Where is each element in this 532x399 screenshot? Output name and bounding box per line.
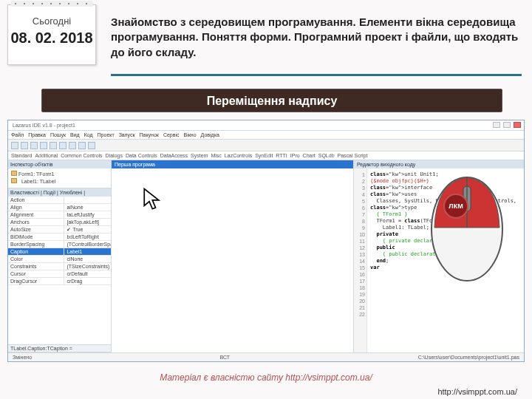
tree-item[interactable]: Label1: TLabel xyxy=(11,178,108,185)
property-key: Cursor xyxy=(8,270,64,277)
component-icon xyxy=(11,171,17,176)
code-gutter: 12345678910111213141516171819202122 xyxy=(354,168,367,352)
mouse-graphic xyxy=(427,157,507,282)
menu-Проект[interactable]: Проект xyxy=(98,132,115,137)
menu-Пакунок[interactable]: Пакунок xyxy=(140,132,159,137)
statusbar: Змінено ВСТ C:\Users\user\Documents\proj… xyxy=(8,352,524,361)
property-row[interactable]: ColorclNone xyxy=(8,256,111,263)
palette-tab[interactable]: IPro xyxy=(290,153,300,158)
minimize-button[interactable] xyxy=(493,122,500,128)
property-value[interactable]: [akTop,akLeft] xyxy=(64,219,111,225)
date-tab: Сьогодні 08. 02. 2018 xyxy=(7,4,96,65)
palette-tab[interactable]: Common Controls xyxy=(61,153,102,158)
status-right: C:\Users\user\Documents\project1\unit1.p… xyxy=(418,353,519,361)
property-row[interactable]: BiDiModebdLeftToRight xyxy=(8,233,111,241)
tree-label: Label1: TLabel xyxy=(18,179,55,184)
property-value[interactable]: crDefault xyxy=(64,270,111,277)
menubar[interactable]: ФайлПравкаПошукВидКодПроектЗапускПакунок… xyxy=(8,131,524,140)
tool-new-icon[interactable] xyxy=(11,142,18,149)
palette-tab[interactable]: RTTI xyxy=(276,153,287,158)
property-value[interactable]: ✔ True xyxy=(64,226,111,233)
property-row[interactable]: AlignalNone xyxy=(8,204,111,211)
menu-Пошук[interactable]: Пошук xyxy=(50,132,66,137)
property-key: Caption xyxy=(8,248,64,255)
property-row[interactable]: CursorcrDefault xyxy=(8,270,111,278)
palette-tab[interactable]: LazControls xyxy=(225,153,252,158)
date-value: 08. 02. 2018 xyxy=(8,30,95,47)
property-row[interactable]: Anchors[akTop,akLeft] xyxy=(8,219,111,226)
object-inspector: Інспектор об'єктів Form1: TForm1 Label1:… xyxy=(8,160,111,188)
ide-title: Lazarus IDE v1.8 - project1 xyxy=(13,123,75,128)
property-value[interactable]: clNone xyxy=(64,256,111,262)
property-value[interactable] xyxy=(64,197,111,203)
status-mid: ВСТ xyxy=(220,353,231,361)
prop-tabs[interactable]: Властивості | Події | Улюблені | Обмежен… xyxy=(8,188,111,197)
tool-open-icon[interactable] xyxy=(21,142,28,149)
header-rule xyxy=(111,74,522,76)
palette-tab[interactable]: Dialogs xyxy=(106,153,123,158)
menu-Сервіс[interactable]: Сервіс xyxy=(163,132,180,137)
property-row[interactable]: Constraints(TSizeConstraints) xyxy=(8,263,111,270)
component-tree[interactable]: Form1: TForm1 Label1: TLabel xyxy=(8,168,111,188)
maximize-button[interactable] xyxy=(503,122,511,128)
property-value[interactable]: crDrag xyxy=(64,278,111,284)
menu-Код[interactable]: Код xyxy=(84,132,93,137)
tool-saveall-icon[interactable] xyxy=(40,142,47,149)
property-key: DragCursor xyxy=(8,278,64,284)
property-value[interactable]: bdLeftToRight xyxy=(64,233,111,240)
property-key: Anchors xyxy=(8,219,64,225)
menu-Запуск[interactable]: Запуск xyxy=(119,132,135,137)
property-value[interactable]: taLeftJustify xyxy=(64,211,111,218)
component-icon xyxy=(11,178,17,183)
menu-Довідка[interactable]: Довідка xyxy=(201,132,219,137)
property-key: Constraints xyxy=(8,263,64,270)
inspector-title: Інспектор об'єктів xyxy=(8,160,111,168)
palette-tab[interactable]: SynEdit xyxy=(255,153,273,158)
inspector-hint: TLabel.Caption:TCaption = TTranslateStri… xyxy=(8,344,111,352)
property-value[interactable]: alNone xyxy=(64,204,111,211)
palette-tab[interactable]: Data Controls xyxy=(126,153,157,158)
palette-tab[interactable]: Additional xyxy=(35,153,58,158)
tree-item[interactable]: Form1: TForm1 xyxy=(11,171,108,178)
properties-panel: Властивості | Події | Улюблені | Обмежен… xyxy=(8,188,111,352)
form-designer[interactable]: Перша програма xyxy=(112,160,354,352)
slide-title: Знайомство з середовищем програмування. … xyxy=(111,15,522,60)
tool-stepover-icon[interactable] xyxy=(78,142,86,149)
palette-tab[interactable]: Standard xyxy=(11,153,32,158)
property-value[interactable]: (TSizeConstraints) xyxy=(64,263,111,270)
property-row[interactable]: DragCursorcrDrag xyxy=(8,278,111,285)
tool-pause-icon[interactable] xyxy=(59,142,66,149)
property-value[interactable]: (TControlBorderSpacing) xyxy=(64,241,111,248)
close-button[interactable] xyxy=(514,122,521,128)
property-row[interactable]: BorderSpacing(TControlBorderSpacing) xyxy=(8,241,111,248)
tool-stepin-icon[interactable] xyxy=(88,142,95,149)
tool-stop-icon[interactable] xyxy=(69,142,76,149)
slide-subheading: Переміщення надпису xyxy=(41,89,502,112)
palette-tab[interactable]: Misc xyxy=(211,153,221,158)
status-left: Змінено xyxy=(13,353,32,361)
tool-run-icon[interactable] xyxy=(50,142,57,149)
menu-Файл[interactable]: Файл xyxy=(11,132,24,137)
window-buttons xyxy=(493,122,521,128)
palette-tab[interactable]: SQLdb xyxy=(318,153,335,158)
property-key: Alignment xyxy=(8,211,64,218)
property-row[interactable]: AutoSize✔ True xyxy=(8,226,111,233)
palette-tab[interactable]: DataAccess xyxy=(160,153,188,158)
property-row[interactable]: AlignmenttaLeftJustify xyxy=(8,211,111,219)
property-key: BorderSpacing xyxy=(8,241,64,248)
palette-tab[interactable]: Pascal Script xyxy=(338,153,368,158)
tree-label: Form1: TForm1 xyxy=(18,171,55,177)
menu-Правка[interactable]: Правка xyxy=(28,132,46,137)
menu-Вид[interactable]: Вид xyxy=(70,132,80,137)
menu-Вікно[interactable]: Вікно xyxy=(184,132,197,137)
property-value[interactable]: Label1 xyxy=(64,248,111,255)
property-row[interactable]: CaptionLabel1 xyxy=(8,248,111,256)
cursor-arrow-icon xyxy=(141,187,166,212)
toolbar[interactable] xyxy=(8,140,524,151)
palette-tab[interactable]: System xyxy=(191,153,208,158)
palette-tab[interactable]: Chart xyxy=(303,153,316,158)
tool-save-icon[interactable] xyxy=(30,142,38,149)
property-row[interactable]: Action xyxy=(8,197,111,204)
property-grid[interactable]: ActionAlignalNoneAlignmenttaLeftJustifyA… xyxy=(8,197,111,344)
property-key: Color xyxy=(8,256,64,262)
